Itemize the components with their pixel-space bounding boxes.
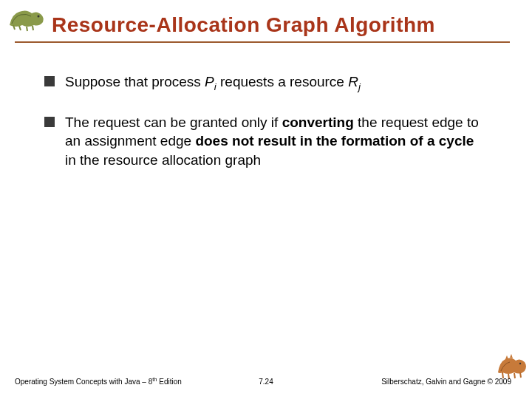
text-fragment: Suppose that process (65, 74, 205, 89)
slide-title: Resource-Allocation Graph Algorithm (52, 13, 510, 37)
dinosaur-top-icon (6, 3, 50, 33)
text-fragment: in the resource allocation graph (65, 152, 261, 168)
text-bold: converting (282, 115, 354, 130)
bullet-item: The request can be granted only if conve… (44, 113, 488, 170)
footer-book-title: Operating System Concepts with Java – 8 (15, 378, 152, 386)
footer-edition: Edition (157, 378, 181, 386)
slide-content: Suppose that process Pi requests a resou… (0, 43, 532, 170)
bullet-text: The request can be granted only if conve… (65, 113, 488, 170)
footer-page-number: 7.24 (259, 378, 273, 386)
bullet-text: Suppose that process Pi requests a resou… (65, 72, 488, 94)
text-bold: does not result in the formation of a cy… (195, 133, 474, 149)
footer-copyright: Silberschatz, Galvin and Gagne © 2009 (381, 378, 517, 386)
text-fragment: The request can be granted only if (65, 115, 282, 130)
slide-header: Resource-Allocation Graph Algorithm (0, 0, 532, 37)
bullet-item: Suppose that process Pi requests a resou… (44, 72, 488, 94)
text-fragment: requests a resource (216, 74, 348, 89)
svg-point-1 (519, 363, 521, 364)
footer-left: Operating System Concepts with Java – 8t… (15, 376, 182, 386)
var-p: P (205, 74, 214, 89)
svg-point-0 (38, 16, 40, 18)
slide-footer: Operating System Concepts with Java – 8t… (0, 376, 532, 386)
subscript-j: j (358, 81, 361, 92)
bullet-marker-icon (44, 76, 55, 86)
var-r: R (348, 74, 358, 89)
bullet-marker-icon (44, 117, 55, 127)
